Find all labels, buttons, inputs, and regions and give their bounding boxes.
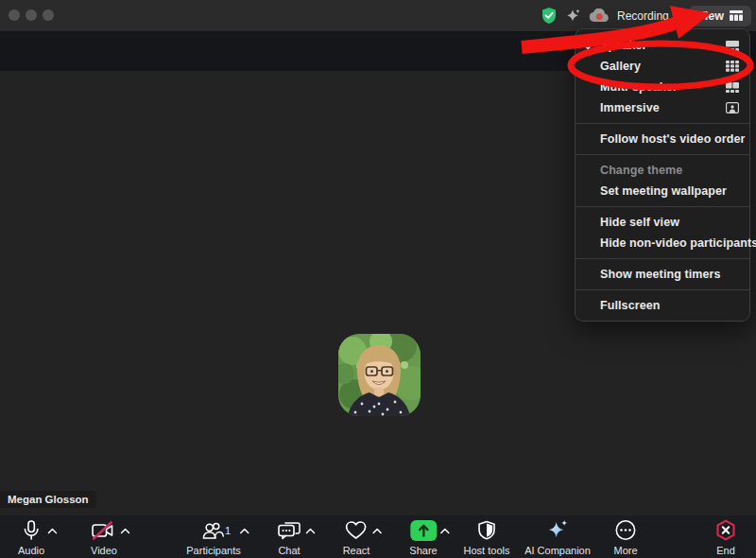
menu-item-gallery[interactable]: Gallery — [576, 56, 749, 77]
menu-item-set-wallpaper[interactable]: Set meeting wallpaper — [576, 181, 749, 201]
toolbar-button-label: End — [716, 545, 735, 556]
toolbar-button-label: React — [343, 545, 370, 556]
audio-button[interactable]: Audio — [18, 519, 44, 556]
view-menu-order-group: Follow host's video order — [576, 123, 749, 154]
menu-item-show-timers[interactable]: Show meeting timers — [576, 264, 749, 285]
microphone-icon — [23, 520, 40, 541]
end-call-icon — [715, 519, 737, 541]
video-button[interactable]: Video — [91, 519, 117, 556]
ai-companion-button[interactable]: AI Companion — [524, 519, 591, 556]
check-icon — [584, 41, 595, 50]
participants-count: 1 — [225, 525, 231, 536]
participants-options-chevron[interactable] — [239, 528, 249, 534]
view-grid-icon — [730, 10, 743, 21]
view-menu-layouts-group: Speaker Gallery Multi-speaker Immersive — [576, 29, 749, 123]
ai-sparkle-icon — [546, 519, 569, 541]
menu-item-label: Immersive — [600, 101, 718, 114]
menu-item-label: Gallery — [600, 60, 718, 73]
host-tools-button[interactable]: Host tools — [464, 519, 510, 556]
chat-options-chevron[interactable] — [305, 528, 316, 534]
participant-name-label: Megan Glosson — [0, 491, 96, 508]
toolbar-button-label: Chat — [278, 545, 300, 556]
toolbar-button-label: Host tools — [464, 545, 510, 556]
menu-item-hide-self-view[interactable]: Hide self view — [576, 212, 749, 233]
ai-companion-status-icon[interactable] — [565, 8, 581, 24]
zoom-window-button[interactable] — [43, 9, 54, 21]
gallery-view-icon — [726, 61, 739, 72]
view-menu-fullscreen-group: Fullscreen — [576, 289, 749, 321]
menu-item-label: Speaker — [600, 39, 718, 52]
menu-item-speaker[interactable]: Speaker — [576, 35, 749, 56]
menu-item-label: Follow host's video order — [600, 132, 745, 146]
menu-item-label: Hide non-video participants — [600, 236, 756, 250]
menu-item-label: Hide self view — [600, 216, 739, 229]
speaker-view-icon — [726, 41, 739, 51]
react-options-chevron[interactable] — [372, 528, 383, 534]
meeting-status-bar: Recording View — [541, 0, 751, 31]
menu-item-follow-host-order[interactable]: Follow host's video order — [576, 129, 749, 149]
zoom-meeting-window: Recording View — [0, 0, 756, 558]
menu-item-label: Multi-speaker — [600, 80, 718, 94]
meeting-toolbar: Audio Video — [0, 515, 756, 558]
toolbar-button-label: AI Companion — [524, 545, 591, 556]
participant-avatar — [338, 334, 421, 416]
menu-item-label: Set meeting wallpaper — [600, 184, 739, 198]
recording-label: Recording — [617, 9, 669, 23]
react-button[interactable]: React — [343, 519, 370, 556]
toolbar-button-label: Participants — [186, 545, 240, 556]
window-controls — [9, 9, 54, 21]
status-divider — [679, 9, 679, 22]
menu-item-label: Change theme — [600, 164, 739, 177]
menu-item-fullscreen[interactable]: Fullscreen — [576, 295, 749, 316]
menu-item-label: Fullscreen — [600, 299, 739, 312]
toolbar-button-label: Video — [91, 545, 117, 556]
camera-off-icon — [93, 521, 116, 540]
view-menu: Speaker Gallery Multi-speaker Immersive — [575, 28, 750, 322]
close-window-button[interactable] — [9, 9, 20, 21]
menu-item-immersive[interactable]: Immersive — [576, 97, 749, 118]
heart-icon — [345, 520, 368, 540]
minimize-window-button[interactable] — [26, 9, 37, 21]
view-menu-theme-group: Change theme Set meeting wallpaper — [576, 154, 749, 206]
audio-options-chevron[interactable] — [47, 528, 58, 534]
view-button[interactable]: View — [689, 6, 751, 26]
view-menu-timers-group: Show meeting timers — [576, 258, 749, 289]
cloud-recording-icon[interactable] — [589, 9, 610, 23]
menu-item-hide-non-video[interactable]: Hide non-video participants — [576, 233, 749, 253]
participants-icon — [202, 521, 224, 540]
menu-item-label: Show meeting timers — [600, 268, 739, 281]
participant-photo — [338, 334, 421, 416]
view-button-label: View — [697, 9, 724, 23]
participants-button[interactable]: 1 Participants — [186, 519, 240, 556]
chat-icon — [278, 520, 301, 540]
immersive-view-icon — [726, 102, 739, 113]
end-meeting-button[interactable]: End — [715, 519, 737, 556]
title-bar: Recording View — [0, 0, 756, 31]
menu-item-multi-speaker[interactable]: Multi-speaker — [576, 77, 749, 97]
menu-item-change-theme: Change theme — [576, 160, 749, 181]
toolbar-button-label: More — [613, 545, 637, 556]
multi-speaker-view-icon — [726, 82, 739, 93]
share-up-arrow-icon — [410, 520, 437, 541]
share-options-chevron[interactable] — [439, 528, 450, 534]
shield-half-icon — [477, 520, 495, 540]
more-button[interactable]: More — [613, 519, 637, 556]
toolbar-button-label: Share — [409, 545, 437, 556]
view-menu-hide-group: Hide self view Hide non-video participan… — [576, 206, 749, 258]
chat-button[interactable]: Chat — [278, 519, 301, 556]
toolbar-button-label: Audio — [18, 545, 44, 556]
share-button[interactable]: Share — [409, 519, 437, 556]
video-options-chevron[interactable] — [120, 528, 130, 534]
encryption-shield-icon[interactable] — [541, 7, 558, 25]
ellipsis-circle-icon — [615, 519, 637, 541]
